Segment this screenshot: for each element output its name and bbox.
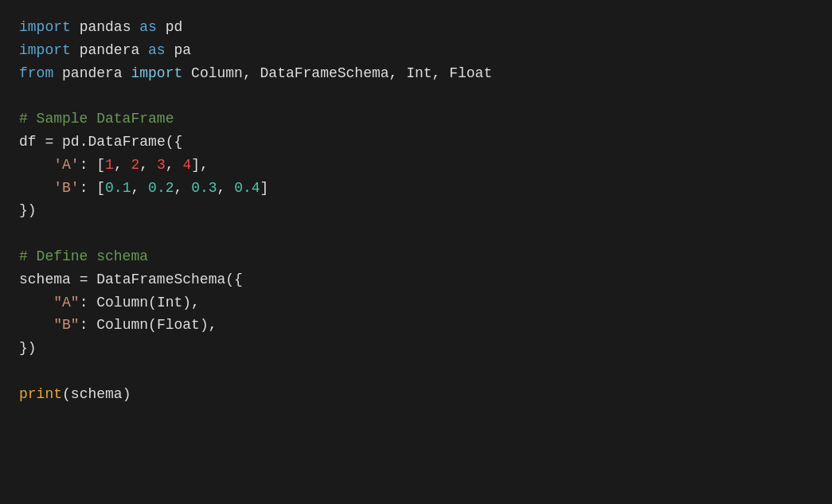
space-19 [88, 177, 96, 200]
bracket-open-2: [ [96, 177, 105, 200]
keyword-import-2: import [19, 39, 71, 62]
space-5 [139, 39, 148, 62]
str-a: 'A' [53, 154, 79, 177]
paren-close-5: ) [123, 383, 131, 406]
keyword-as-2: as [148, 39, 166, 62]
pd-ref: pd [62, 131, 80, 154]
indent-4 [19, 314, 53, 337]
paren-open-3: ( [148, 291, 157, 315]
space-12 [440, 62, 449, 85]
space-15 [88, 154, 96, 177]
space-8 [123, 62, 131, 85]
close-schema: }) [19, 337, 37, 360]
keyword-print: print [19, 383, 62, 406]
op-equals-1: = [45, 131, 53, 154]
code-line-9: }) [19, 199, 813, 222]
lib-pandas: pandas [80, 16, 131, 39]
colon-4: : [80, 314, 88, 337]
space-4 [71, 39, 80, 62]
bracket-open-1: [ [96, 154, 105, 177]
indent-2 [19, 177, 53, 200]
code-line-6: df = pd . DataFrame ({ [19, 131, 813, 154]
num-1: 1 [105, 154, 114, 177]
space-10 [252, 62, 260, 85]
dataframe-call: DataFrame [88, 131, 165, 154]
space-6 [166, 39, 174, 62]
num-0.1: 0.1 [105, 177, 131, 200]
class-column: Column [191, 62, 243, 85]
space-24 [88, 268, 96, 291]
type-float: Float [157, 314, 200, 337]
num-0.3: 0.3 [191, 177, 217, 200]
space-20 [139, 177, 148, 200]
keyword-import-3: import [131, 62, 182, 85]
keyword-as-1: as [139, 16, 157, 39]
space-16 [123, 154, 131, 177]
space-11 [397, 62, 406, 85]
type-int: Int [157, 291, 182, 315]
column-call-b: Column [96, 314, 148, 337]
lib-pandera-1: pandera [80, 39, 140, 62]
code-line-3: from pandera import Column , DataFrameSc… [19, 62, 813, 85]
paren-open-1: ({ [166, 131, 183, 154]
paren-open-2: ({ [225, 268, 243, 291]
str-a-dq: "A" [53, 291, 79, 315]
alias-pa: pa [174, 39, 191, 62]
code-line-4 [19, 84, 813, 107]
num-0.2: 0.2 [148, 177, 174, 200]
column-call-a: Column [96, 291, 148, 315]
code-line-12: schema = DataFrameSchema ({ [19, 268, 813, 291]
space-13 [37, 131, 45, 154]
close-df: }) [19, 199, 37, 222]
space-21 [182, 177, 191, 200]
class-int: Int [406, 62, 432, 85]
comma-6: , [166, 154, 174, 177]
paren-close-4: ), [200, 314, 217, 337]
bracket-close-2: ] [260, 177, 269, 200]
code-line-17: print ( schema ) [19, 383, 813, 406]
op-equals-2: = [80, 268, 88, 291]
comment-1: # Sample DataFrame [19, 107, 174, 131]
code-line-10 [19, 222, 813, 245]
colon-2: : [80, 177, 88, 200]
paren-open-4: ( [148, 314, 157, 337]
paren-close-3: ), [182, 291, 200, 315]
code-line-7: 'A' : [ 1 , 2 , 3 , 4 ], [19, 154, 813, 177]
bracket-close-1: ], [191, 154, 209, 177]
num-2: 2 [131, 154, 140, 177]
str-b-dq: "B" [53, 314, 79, 337]
paren-open-5: ( [62, 383, 71, 406]
comma-9: , [217, 177, 226, 200]
space-22 [225, 177, 234, 200]
code-line-11: # Define schema [19, 245, 813, 268]
var-schema: schema [19, 268, 71, 291]
code-editor: import pandas as pd import pandera as pa… [0, 0, 832, 504]
code-line-8: 'B' : [ 0.1 , 0.2 , 0.3 , 0.4 ] [19, 177, 813, 200]
comma-4: , [114, 154, 123, 177]
class-dataframeschema: DataFrameSchema [260, 62, 389, 85]
comma-8: , [174, 177, 183, 200]
code-line-16 [19, 360, 813, 383]
comma-7: , [131, 177, 139, 200]
str-b: 'B' [53, 177, 79, 200]
num-3: 3 [157, 154, 166, 177]
indent-1 [19, 154, 53, 177]
code-line-1: import pandas as pd [19, 16, 813, 39]
dataframeschema-call: DataFrameSchema [96, 268, 225, 291]
colon-1: : [80, 154, 88, 177]
var-schema-ref: schema [71, 383, 123, 406]
space-17 [148, 154, 157, 177]
space-18 [174, 154, 183, 177]
keyword-import-1: import [19, 16, 71, 39]
code-line-14: "B" : Column ( Float ), [19, 314, 813, 337]
var-df: df [19, 131, 37, 154]
space-26 [88, 314, 96, 337]
keyword-from: from [19, 62, 53, 85]
comma-3: , [432, 62, 441, 85]
class-float: Float [449, 62, 492, 85]
comma-2: , [389, 62, 398, 85]
code-line-13: "A" : Column ( Int ), [19, 291, 813, 315]
comma-1: , [243, 62, 252, 85]
space-7 [53, 62, 62, 85]
space-23 [71, 268, 80, 291]
